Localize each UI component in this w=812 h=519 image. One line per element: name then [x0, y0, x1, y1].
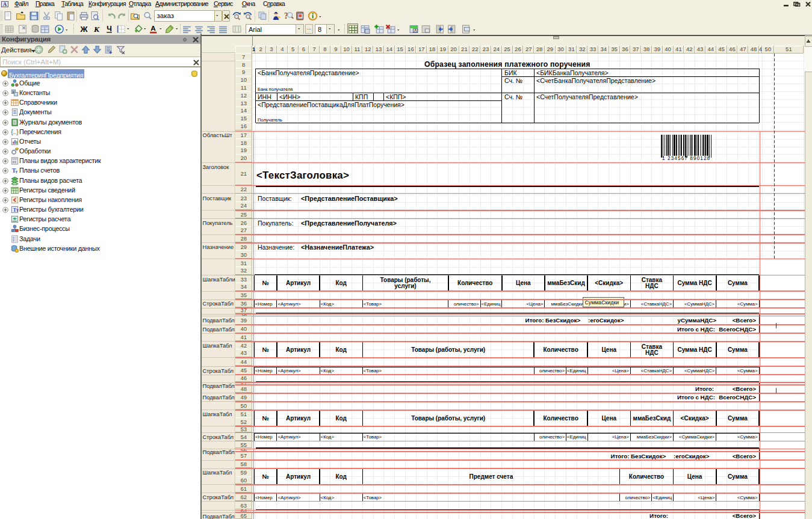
svg-text:15: 15 [240, 115, 247, 121]
svg-text:Код: Код [335, 473, 347, 480]
svg-text:<Сумма>: <Сумма> [737, 495, 758, 500]
svg-text:Итого:: Итого: [611, 453, 630, 459]
svg-text:31: 31 [240, 260, 247, 266]
svg-text:ВсегоСНДС>: ВсегоСНДС> [719, 394, 756, 401]
svg-text:<СчетПолучателяПредставление>: <СчетПолучателяПредставление> [536, 93, 638, 100]
svg-text:65: 65 [240, 512, 247, 519]
svg-text:Товары (работы, услуги): Товары (работы, услуги) [411, 346, 485, 353]
svg-text:оличество>: оличество> [625, 495, 651, 500]
svg-text:ИНН: ИНН [258, 93, 271, 100]
svg-text:<Товар>: <Товар> [364, 368, 382, 373]
svg-text:Получатель: Получатель [258, 117, 282, 123]
svg-text:34: 34 [240, 283, 247, 290]
svg-text:19: 19 [240, 147, 247, 153]
svg-text:41: 41 [675, 46, 682, 52]
svg-text:Назначение:: Назначение: [258, 244, 294, 251]
svg-text:46: 46 [240, 375, 247, 381]
svg-text:24: 24 [240, 202, 247, 209]
svg-text:ммаБезСкидки>: ммаБезСкидки> [637, 434, 672, 440]
svg-text:34: 34 [601, 46, 607, 52]
svg-text:Артикул: Артикул [286, 280, 311, 286]
svg-text:ВсегоСНДС>: ВсегоСНДС> [719, 326, 756, 333]
svg-text:37: 37 [633, 46, 639, 52]
svg-text:40: 40 [665, 46, 671, 52]
svg-text:22: 22 [472, 46, 479, 52]
svg-text:ШапкаТабл: ШапкаТабл [203, 411, 232, 417]
svg-text:Заголовок: Заголовок [203, 164, 230, 170]
svg-text:Итого с НДС:: Итого с НДС: [677, 326, 715, 333]
svg-text:24: 24 [494, 46, 500, 52]
svg-text:<ТекстЗаголовка>: <ТекстЗаголовка> [256, 170, 349, 181]
svg-text:27: 27 [525, 46, 532, 52]
svg-text:31: 31 [568, 46, 575, 52]
svg-text:Артикул: Артикул [286, 415, 311, 422]
svg-text:36: 36 [240, 300, 247, 307]
svg-text:52: 52 [240, 419, 247, 425]
svg-text::егоСкидок>: :егоСкидок> [588, 317, 624, 324]
svg-text:20: 20 [240, 155, 247, 161]
svg-text:Цена: Цена [601, 346, 616, 353]
svg-text:Покупатель: Покупатель [203, 220, 233, 226]
svg-text:ПодвалТабл: ПодвалТабл [203, 318, 235, 324]
svg-text:38: 38 [643, 46, 650, 52]
svg-text:43: 43 [697, 46, 704, 52]
svg-text:<Артикул>: <Артикул> [277, 434, 301, 440]
svg-text:11: 11 [241, 84, 247, 91]
svg-text:51: 51 [786, 46, 792, 52]
svg-text:10: 10 [240, 76, 247, 83]
svg-text:ПодвалТабл: ПодвалТабл [203, 449, 235, 455]
svg-text:<СчетБанкаПолучателяПредставле: <СчетБанкаПолучателяПредставление> [536, 77, 655, 84]
svg-text:4: 4 [280, 46, 284, 52]
svg-text:ОбластьШт: ОбластьШт [203, 132, 233, 138]
svg-text:уСуммаНДС>: уСуммаНДС> [677, 317, 716, 324]
svg-text:35: 35 [611, 46, 618, 52]
svg-text:<Артикул>: <Артикул> [277, 301, 301, 307]
svg-text:1 234567 890128: 1 234567 890128 [662, 156, 710, 161]
svg-text:<Единиц: <Единиц [652, 495, 672, 500]
svg-text:A: A [414, 28, 417, 32]
svg-text:Количество: Количество [543, 415, 578, 422]
svg-text:Код: Код [335, 280, 347, 286]
svg-text:32: 32 [240, 267, 247, 274]
svg-text:26: 26 [240, 220, 247, 226]
svg-text:23: 23 [483, 46, 489, 52]
svg-text:<Цена>: <Цена> [698, 495, 714, 500]
svg-text:КПП: КПП [355, 93, 368, 100]
svg-text:17: 17 [418, 46, 425, 52]
svg-text:Итого:: Итого: [649, 512, 668, 519]
svg-text:Цена: Цена [687, 473, 702, 480]
svg-text:<Товар>: <Товар> [364, 434, 382, 440]
svg-text:ШапкаТабл: ШапкаТабл [203, 343, 232, 349]
svg-text:<Код>: <Код> [321, 495, 335, 500]
svg-text:Сч. №: Сч. № [504, 93, 522, 100]
svg-text:ПодвалТабл: ПодвалТабл [203, 514, 235, 519]
svg-text:60: 60 [240, 477, 247, 484]
svg-text:<Скидка>: <Скидка> [595, 280, 623, 286]
svg-text:К: К [93, 25, 100, 34]
svg-text:23: 23 [240, 195, 247, 201]
svg-text:33: 33 [590, 46, 597, 52]
svg-text:Код: Код [335, 415, 347, 422]
svg-text:СтрокаТабл: СтрокаТабл [203, 301, 234, 307]
svg-text:Поставщик: Поставщик [203, 195, 232, 201]
svg-text:СтрокаТабл: СтрокаТабл [203, 434, 234, 440]
svg-text:46: 46 [729, 46, 736, 52]
svg-text:3: 3 [270, 46, 273, 52]
svg-text:43: 43 [240, 349, 247, 356]
svg-text:61: 61 [240, 485, 247, 492]
svg-text:59: 59 [240, 469, 247, 476]
svg-text:49: 49 [240, 394, 247, 401]
svg-text:СуммаСкидки: СуммаСкидки [585, 299, 619, 306]
svg-text:№: № [262, 473, 269, 480]
svg-text:12: 12 [365, 46, 371, 52]
svg-text:8: 8 [323, 46, 326, 52]
svg-text:30: 30 [557, 46, 564, 52]
svg-text:53: 53 [240, 426, 247, 432]
svg-text:<Код>: <Код> [321, 368, 335, 373]
svg-text:<Сумма>: <Сумма> [737, 368, 758, 373]
svg-text:<Код>: <Код> [321, 434, 335, 440]
svg-text:26: 26 [515, 46, 521, 52]
svg-text:5: 5 [291, 46, 294, 52]
svg-text:ммаБезСкид: ммаБезСкид [547, 280, 585, 286]
svg-text:Банк получателя: Банк получателя [258, 87, 293, 92]
